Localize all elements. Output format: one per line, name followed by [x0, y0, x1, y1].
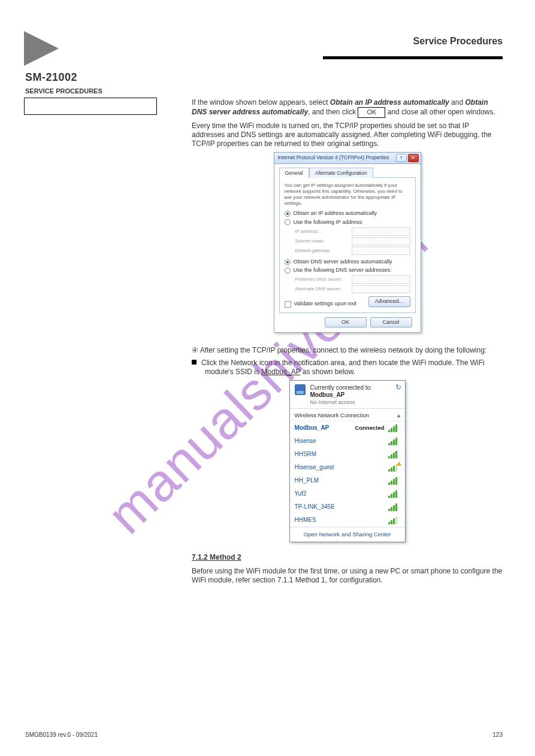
- row-subnet-mask: Subnet mask:: [295, 237, 410, 245]
- refresh-icon[interactable]: ↻: [395, 383, 401, 392]
- help-button[interactable]: ?: [396, 154, 407, 162]
- cancel-button[interactable]: Cancel: [370, 317, 412, 327]
- radio-icon: [285, 268, 291, 274]
- step-4: ④ After setting the TCP/IP properties, c…: [192, 346, 503, 355]
- ipv4-intro-text: You can get IP settings assigned automat…: [285, 183, 410, 207]
- wifi-current-connection: Currently connected to: Modbus_AP No Int…: [290, 381, 405, 409]
- currently-connected-label: Currently connected to:: [310, 384, 372, 392]
- wifi-network-item[interactable]: HHSRM: [290, 448, 405, 461]
- wifi-network-item[interactable]: Yuf2: [290, 487, 405, 500]
- tab-alternate-configuration[interactable]: Alternate Configuration: [309, 168, 373, 178]
- radio-icon: [285, 219, 291, 225]
- input-default-gateway[interactable]: [352, 247, 410, 255]
- label-preferred-dns: Preferred DNS server:: [295, 277, 348, 283]
- title-rule: [323, 56, 503, 59]
- subsection-body: Before using the WiFi module for the fir…: [192, 567, 503, 585]
- tab-panel: You can get IP settings assigned automat…: [279, 177, 416, 312]
- wifi-section-label: Wireless Network Connection: [295, 412, 370, 419]
- bullet-text-2: as shown below.: [300, 368, 355, 376]
- wifi-network-item[interactable]: Hisense_guest: [290, 461, 405, 474]
- signal-strength-icon: [388, 450, 400, 459]
- bullet-ssid: Modbus_AP: [261, 368, 300, 376]
- radio-label: Use the following IP address:: [294, 219, 363, 226]
- wifi-flyout: Currently connected to: Modbus_AP No Int…: [289, 380, 406, 542]
- wifi-ssid: Modbus_AP: [295, 424, 330, 432]
- wifi-network-item[interactable]: Hisense: [290, 435, 405, 448]
- advanced-button[interactable]: Advanced...: [368, 296, 410, 306]
- wifi-network-item[interactable]: TP-LINK_345E: [290, 500, 405, 514]
- wifi-network-list: Modbus_APConnectedHisenseHHSRMHisense_gu…: [290, 421, 405, 527]
- section-code: SM-21002: [25, 71, 77, 84]
- close-button[interactable]: ✕: [408, 154, 419, 162]
- decorative-triangle: [24, 31, 59, 66]
- ipv4-properties-window: Internet Protocol Version 4 (TCP/IPv4) P…: [274, 152, 421, 333]
- wifi-network-item[interactable]: HH_PLM: [290, 474, 405, 487]
- intro-mid: and: [449, 98, 466, 107]
- input-subnet-mask[interactable]: [352, 237, 410, 245]
- label-subnet-mask: Subnet mask:: [295, 238, 348, 244]
- radio-label: Obtain DNS server address automatically: [294, 259, 392, 265]
- ipv4-titlebar[interactable]: Internet Protocol Version 4 (TCP/IPv4) P…: [274, 153, 421, 164]
- input-alternate-dns[interactable]: [352, 285, 410, 293]
- page-footer: SMGB0139 rev.0 - 09/2021 123: [0, 731, 535, 738]
- signal-strength-icon: [388, 437, 400, 445]
- signal-strength-icon: [388, 516, 400, 524]
- radio-use-following-dns[interactable]: Use the following DNS server addresses:: [285, 267, 410, 274]
- radio-obtain-ip-auto[interactable]: Obtain an IP address automatically: [285, 210, 410, 217]
- checkbox-validate[interactable]: Validate settings upon exit: [285, 300, 356, 307]
- intro-tail-2: and close all other open windows.: [388, 108, 495, 116]
- wifi-network-item[interactable]: HHMES: [290, 514, 405, 527]
- wifi-ssid: Hisense_guest: [295, 464, 334, 472]
- signal-strength-icon: [388, 476, 400, 485]
- input-ip-address[interactable]: [352, 227, 410, 236]
- wifi-ssid: TP-LINK_345E: [295, 503, 335, 511]
- footer-left: SMGB0139 rev.0 - 09/2021: [25, 731, 98, 738]
- signal-strength-icon: [388, 424, 400, 432]
- wifi-ssid: Hisense: [295, 438, 316, 445]
- inline-ok-button-graphic: OK: [358, 107, 385, 118]
- radio-label: Use the following DNS server addresses:: [294, 267, 392, 274]
- radio-label: Obtain an IP address automatically: [294, 210, 377, 217]
- intro-text-1: If the window shown below appears, selec…: [192, 98, 328, 107]
- checkbox-label: Validate settings upon exit: [294, 300, 356, 307]
- label-default-gateway: Default gateway:: [295, 248, 348, 254]
- signal-strength-icon: [388, 463, 400, 472]
- wifi-ssid: HHMES: [295, 517, 316, 524]
- square-bullet-icon: [192, 360, 197, 365]
- content-column: If the window shown below appears, selec…: [192, 96, 503, 609]
- footer-page-number: 123: [492, 731, 503, 738]
- signal-strength-icon: [388, 503, 400, 511]
- row-default-gateway: Default gateway:: [295, 247, 410, 255]
- row-alternate-dns: Alternate DNS server:: [295, 285, 410, 293]
- section-label: SERVICE PROCEDURES: [25, 87, 102, 95]
- label-alternate-dns: Alternate DNS server:: [295, 286, 348, 292]
- active-status: No Internet access: [310, 399, 372, 406]
- wifi-section-header[interactable]: Wireless Network Connection ▴: [290, 409, 405, 421]
- intro-tail-1: , and then click: [308, 108, 358, 116]
- intro-em-1: Obtain an IP address automatically: [330, 98, 449, 107]
- wifi-ssid: HHSRM: [295, 451, 317, 459]
- chevron-up-icon: ▴: [397, 412, 400, 419]
- radio-obtain-dns-auto[interactable]: Obtain DNS server address automatically: [285, 259, 410, 265]
- warning-icon: [397, 462, 401, 466]
- page-title: Service Procedures: [413, 36, 503, 47]
- open-network-center-link[interactable]: Open Network and Sharing Center: [290, 527, 405, 542]
- ok-button[interactable]: OK: [325, 317, 367, 327]
- radio-icon: [285, 259, 291, 265]
- radio-icon: [285, 211, 291, 217]
- side-box: [24, 98, 157, 115]
- radio-use-following-ip[interactable]: Use the following IP address:: [285, 219, 410, 226]
- wifi-ssid: HH_PLM: [295, 477, 319, 485]
- ipv4-window-title: Internet Protocol Version 4 (TCP/IPv4) P…: [278, 154, 389, 161]
- tab-general[interactable]: General: [279, 168, 309, 178]
- input-preferred-dns[interactable]: [352, 275, 410, 284]
- checkbox-icon: [285, 301, 291, 308]
- bullet-connect: Click the Network icon in the notificati…: [205, 359, 503, 377]
- active-ssid: Modbus_AP: [310, 391, 372, 399]
- row-preferred-dns: Preferred DNS server:: [295, 275, 410, 284]
- wifi-ssid: Yuf2: [295, 490, 307, 498]
- wifi-network-item[interactable]: Modbus_APConnected: [290, 421, 405, 435]
- row-ip-address: IP address:: [295, 227, 410, 236]
- wifi-connected-badge: Connected: [355, 424, 384, 432]
- subsection-heading: 7.1.2 Method 2: [192, 553, 503, 562]
